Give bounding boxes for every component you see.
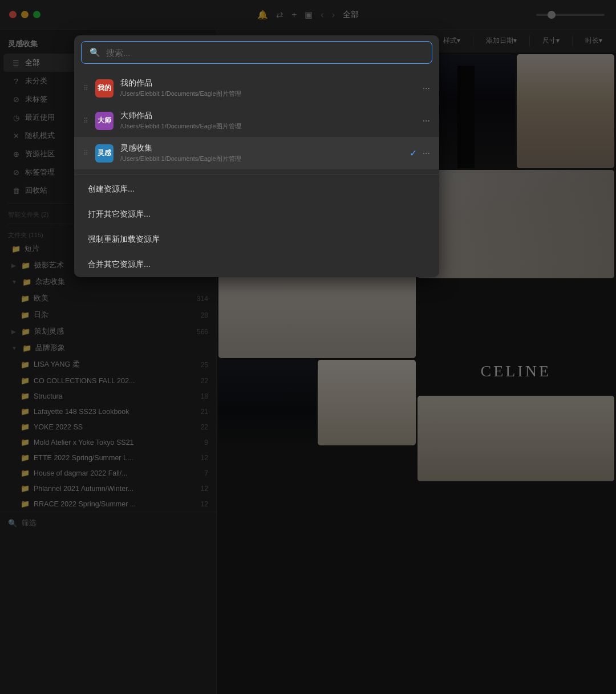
- menu-force-reload[interactable]: 强制重新加载资源库: [74, 227, 439, 252]
- library-name: 大师作品: [120, 111, 416, 121]
- search-icon: 🔍: [90, 47, 100, 58]
- library-info-my-work: 我的作品 /Users/Elebbit 1/Documents/Eagle图片管…: [120, 78, 416, 98]
- drag-handle-icon: ⠿: [83, 117, 88, 125]
- search-container[interactable]: 🔍: [81, 41, 432, 64]
- library-list: ⠿ 我的 我的作品 /Users/Elebbit 1/Documents/Eag…: [74, 70, 439, 172]
- library-actions: ···: [423, 116, 430, 126]
- library-name: 我的作品: [120, 78, 416, 88]
- library-item-master[interactable]: ⠿ 大师 大师作品 /Users/Elebbit 1/Documents/Eag…: [74, 104, 439, 137]
- library-avatar-inspiration: 灵感: [95, 144, 114, 163]
- library-dropdown: 🔍 ⠿ 我的 我的作品 /Users/Elebbit 1/Documents/E…: [74, 35, 439, 277]
- search-input[interactable]: [106, 48, 424, 58]
- library-info-inspiration: 灵感收集 /Users/Elebbit 1/Documents/Eagle图片管…: [120, 143, 403, 163]
- library-avatar-master: 大师: [95, 112, 114, 130]
- drag-handle-icon: ⠿: [83, 149, 88, 157]
- library-path: /Users/Elebbit 1/Documents/Eagle图片管理: [120, 155, 403, 163]
- library-item-my-work[interactable]: ⠿ 我的 我的作品 /Users/Elebbit 1/Documents/Eag…: [74, 72, 439, 104]
- menu-create-library[interactable]: 创建资源库...: [74, 177, 439, 202]
- create-library-label: 创建资源库...: [88, 184, 135, 193]
- menu-open-other[interactable]: 打开其它资源库...: [74, 202, 439, 227]
- menu-merge[interactable]: 合并其它资源库...: [74, 252, 439, 277]
- library-info-master: 大师作品 /Users/Elebbit 1/Documents/Eagle图片管…: [120, 111, 416, 131]
- force-reload-label: 强制重新加载资源库: [88, 234, 160, 243]
- merge-label: 合并其它资源库...: [88, 259, 151, 269]
- check-icon: ✓: [410, 148, 417, 159]
- more-icon[interactable]: ···: [423, 83, 430, 94]
- menu-divider: [74, 174, 439, 174]
- drag-handle-icon: ⠿: [83, 84, 88, 92]
- library-avatar-my-work: 我的: [95, 79, 114, 98]
- library-path: /Users/Elebbit 1/Documents/Eagle图片管理: [120, 122, 416, 131]
- overlay: 🔍 ⠿ 我的 我的作品 /Users/Elebbit 1/Documents/E…: [0, 0, 616, 694]
- library-actions: ✓ ···: [410, 148, 430, 159]
- library-path: /Users/Elebbit 1/Documents/Eagle图片管理: [120, 90, 416, 98]
- library-item-inspiration[interactable]: ⠿ 灵感 灵感收集 /Users/Elebbit 1/Documents/Eag…: [74, 137, 439, 169]
- library-name: 灵感收集: [120, 143, 403, 153]
- open-other-label: 打开其它资源库...: [88, 209, 151, 218]
- library-actions: ···: [423, 83, 430, 94]
- more-icon[interactable]: ···: [423, 148, 430, 159]
- more-icon[interactable]: ···: [423, 116, 430, 126]
